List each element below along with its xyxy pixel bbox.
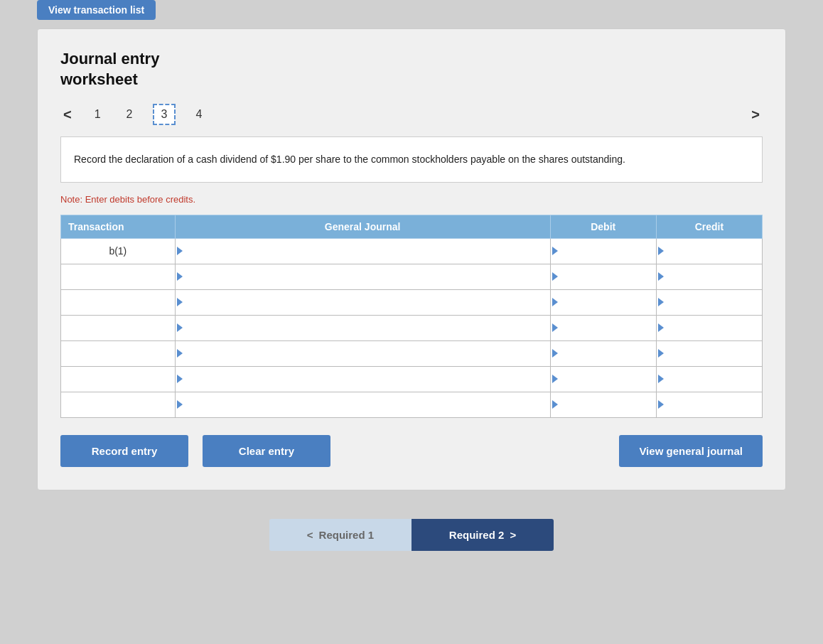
tab-next-arrow[interactable]: > <box>748 107 763 123</box>
general-journal-cell-3[interactable] <box>175 289 550 315</box>
description-box: Record the declaration of a cash dividen… <box>60 136 763 182</box>
credit-cell-2[interactable] <box>656 264 762 289</box>
tab-prev-arrow[interactable]: < <box>60 107 75 123</box>
bottom-navigation: < Required 1 Required 2 > <box>0 519 823 572</box>
table-row <box>61 340 763 366</box>
general-journal-cell-4[interactable] <box>175 315 550 340</box>
worksheet-container: Journal entry worksheet < 1 2 3 4 > Reco… <box>37 28 786 490</box>
table-row <box>61 264 763 289</box>
credit-cell-3[interactable] <box>656 289 762 315</box>
transaction-cell-2 <box>61 264 176 289</box>
debit-cell-4[interactable] <box>550 315 656 340</box>
header-debit: Debit <box>550 215 656 238</box>
debit-cell-6[interactable] <box>550 366 656 392</box>
debit-cell-3[interactable] <box>550 289 656 315</box>
view-general-journal-button[interactable]: View general journal <box>619 435 763 467</box>
debit-cell-7[interactable] <box>550 392 656 417</box>
required1-button[interactable]: < Required 1 <box>269 519 412 551</box>
tab-navigation: < 1 2 3 4 > <box>60 104 763 125</box>
credit-cell-5[interactable] <box>656 340 762 366</box>
note-text: Note: Enter debits before credits. <box>60 194 763 205</box>
required1-label: Required 1 <box>319 529 375 541</box>
credit-cell-1[interactable] <box>656 238 762 264</box>
debit-cell-1[interactable] <box>550 238 656 264</box>
next-arrow-icon: > <box>510 529 516 541</box>
journal-table: Transaction General Journal Debit Credit… <box>60 215 763 418</box>
page-title: Journal entry worksheet <box>60 49 763 90</box>
table-row <box>61 315 763 340</box>
header-general-journal: General Journal <box>175 215 550 238</box>
action-buttons: Record entry Clear entry View general jo… <box>60 435 763 467</box>
transaction-cell-4 <box>61 315 176 340</box>
transaction-cell-6 <box>61 366 176 392</box>
tab-4[interactable]: 4 <box>190 105 208 124</box>
credit-cell-6[interactable] <box>656 366 762 392</box>
debit-cell-5[interactable] <box>550 340 656 366</box>
transaction-cell-3 <box>61 289 176 315</box>
credit-cell-7[interactable] <box>656 392 762 417</box>
tab-1[interactable]: 1 <box>89 105 107 124</box>
view-transaction-button[interactable]: View transaction list <box>37 0 156 20</box>
general-journal-cell-2[interactable] <box>175 264 550 289</box>
tab-3[interactable]: 3 <box>153 104 176 125</box>
required2-button[interactable]: Required 2 > <box>412 519 554 551</box>
general-journal-cell-1[interactable] <box>175 238 550 264</box>
transaction-cell-7 <box>61 392 176 417</box>
table-row <box>61 289 763 315</box>
record-entry-button[interactable]: Record entry <box>60 435 188 467</box>
prev-arrow-icon: < <box>307 529 313 541</box>
general-journal-cell-5[interactable] <box>175 340 550 366</box>
transaction-cell-5 <box>61 340 176 366</box>
general-journal-cell-6[interactable] <box>175 366 550 392</box>
table-row <box>61 392 763 417</box>
debit-cell-2[interactable] <box>550 264 656 289</box>
transaction-cell-1: b(1) <box>61 238 176 264</box>
tab-2[interactable]: 2 <box>121 105 139 124</box>
general-journal-cell-7[interactable] <box>175 392 550 417</box>
header-credit: Credit <box>656 215 762 238</box>
required2-label: Required 2 <box>449 529 505 541</box>
header-transaction: Transaction <box>61 215 176 238</box>
credit-cell-4[interactable] <box>656 315 762 340</box>
table-row: b(1) <box>61 238 763 264</box>
table-row <box>61 366 763 392</box>
clear-entry-button[interactable]: Clear entry <box>203 435 330 467</box>
